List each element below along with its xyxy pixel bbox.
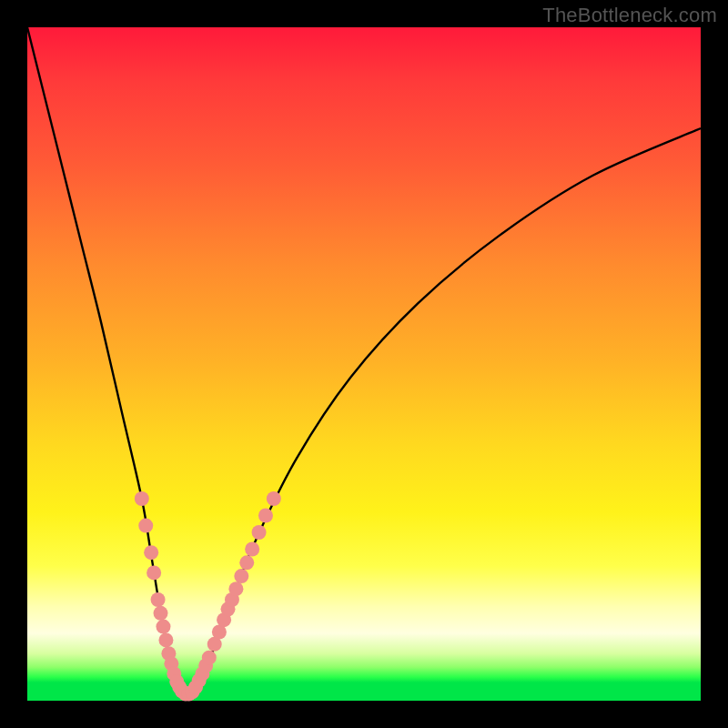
marker-point [202, 651, 217, 665]
marker-point [147, 565, 161, 580]
chart-frame: TheBottleneck.com [0, 0, 728, 728]
marker-point [267, 491, 281, 506]
marker-point [228, 581, 243, 596]
marker-point [151, 592, 166, 607]
marker-point [239, 555, 254, 570]
watermark-text: TheBottleneck.com [542, 4, 717, 27]
marker-group [135, 491, 281, 702]
marker-point [154, 606, 168, 621]
bottleneck-curve [27, 27, 701, 698]
marker-point [135, 491, 149, 506]
marker-point [252, 525, 267, 540]
chart-overlay [27, 27, 701, 701]
marker-point [158, 632, 173, 647]
marker-point [245, 542, 259, 557]
marker-point [234, 569, 248, 583]
marker-point [138, 519, 153, 533]
marker-point [156, 620, 170, 634]
marker-point [258, 509, 273, 523]
marker-point [144, 545, 158, 560]
